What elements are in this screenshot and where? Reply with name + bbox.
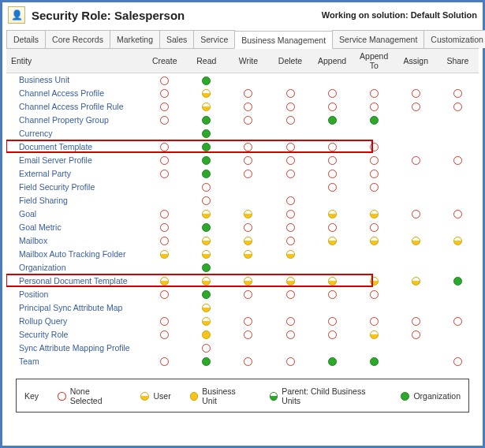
priv-icon[interactable] <box>160 143 169 151</box>
priv-icon[interactable] <box>328 143 337 151</box>
priv-cell[interactable] <box>269 248 311 261</box>
priv-icon[interactable] <box>244 250 252 259</box>
priv-icon[interactable] <box>286 170 295 178</box>
tab-service-management[interactable]: Service Management <box>332 30 424 48</box>
priv-cell[interactable] <box>227 100 269 114</box>
priv-cell[interactable] <box>185 181 227 194</box>
priv-icon[interactable] <box>286 196 295 205</box>
priv-icon[interactable] <box>244 330 252 339</box>
priv-icon[interactable] <box>412 103 420 111</box>
priv-icon[interactable] <box>160 357 169 366</box>
priv-icon[interactable] <box>286 210 295 218</box>
entity-name[interactable]: Rollup Query <box>6 315 144 328</box>
priv-icon[interactable] <box>160 210 169 218</box>
priv-cell[interactable] <box>312 87 353 100</box>
priv-cell[interactable] <box>185 114 227 127</box>
priv-icon[interactable] <box>160 237 169 245</box>
tab-core-records[interactable]: Core Records <box>45 30 110 48</box>
entity-name[interactable]: Email Server Profile <box>6 154 144 167</box>
priv-cell[interactable] <box>227 114 269 127</box>
priv-icon[interactable] <box>244 317 252 326</box>
priv-cell[interactable] <box>395 87 437 100</box>
priv-cell[interactable] <box>353 234 395 248</box>
priv-icon[interactable] <box>370 290 379 299</box>
priv-cell[interactable] <box>185 261 227 274</box>
priv-cell[interactable] <box>185 328 227 342</box>
priv-cell[interactable] <box>353 100 395 114</box>
priv-icon[interactable] <box>453 89 462 98</box>
priv-cell[interactable] <box>227 221 269 234</box>
priv-cell[interactable] <box>269 114 311 127</box>
priv-icon[interactable] <box>370 357 379 366</box>
priv-cell[interactable] <box>144 167 185 181</box>
priv-icon[interactable] <box>286 143 295 151</box>
priv-cell[interactable] <box>353 87 395 100</box>
priv-icon[interactable] <box>328 170 337 178</box>
priv-cell[interactable] <box>353 221 395 234</box>
priv-cell[interactable] <box>395 274 437 288</box>
priv-cell[interactable] <box>269 234 311 248</box>
priv-icon[interactable] <box>286 237 295 245</box>
entity-name[interactable]: Channel Property Group <box>6 114 144 127</box>
priv-cell[interactable] <box>395 207 437 221</box>
priv-cell[interactable] <box>185 73 227 87</box>
priv-cell[interactable] <box>269 221 311 234</box>
priv-cell[interactable] <box>185 315 227 328</box>
priv-cell[interactable] <box>269 100 311 114</box>
priv-cell[interactable] <box>269 207 311 221</box>
entity-name[interactable]: Security Role <box>6 328 144 342</box>
priv-icon[interactable] <box>286 290 295 299</box>
priv-cell[interactable] <box>144 207 185 221</box>
priv-icon[interactable] <box>202 103 211 111</box>
entity-name[interactable]: Document Template <box>6 140 144 154</box>
priv-icon[interactable] <box>412 89 420 98</box>
priv-cell[interactable] <box>437 355 479 368</box>
priv-icon[interactable] <box>328 237 337 245</box>
priv-cell[interactable] <box>353 140 395 154</box>
priv-icon[interactable] <box>202 170 211 178</box>
priv-icon[interactable] <box>202 250 211 259</box>
priv-cell[interactable] <box>227 140 269 154</box>
priv-icon[interactable] <box>453 277 462 286</box>
priv-icon[interactable] <box>412 330 420 339</box>
priv-icon[interactable] <box>370 103 379 111</box>
priv-icon[interactable] <box>286 156 295 165</box>
priv-icon[interactable] <box>453 237 462 245</box>
priv-cell[interactable] <box>227 87 269 100</box>
priv-icon[interactable] <box>286 330 295 339</box>
entity-name[interactable]: Currency <box>6 127 144 140</box>
priv-cell[interactable] <box>437 87 479 100</box>
priv-cell[interactable] <box>269 87 311 100</box>
priv-icon[interactable] <box>370 237 379 245</box>
priv-cell[interactable] <box>395 315 437 328</box>
priv-icon[interactable] <box>370 210 379 218</box>
priv-icon[interactable] <box>202 277 211 286</box>
priv-icon[interactable] <box>412 237 420 245</box>
entity-name[interactable]: Mailbox <box>6 234 144 248</box>
priv-cell[interactable] <box>312 140 353 154</box>
entity-name[interactable]: Field Sharing <box>6 194 144 207</box>
priv-cell[interactable] <box>312 100 353 114</box>
priv-cell[interactable] <box>185 140 227 154</box>
priv-icon[interactable] <box>412 317 420 326</box>
priv-icon[interactable] <box>202 129 211 138</box>
priv-cell[interactable] <box>437 274 479 288</box>
priv-cell[interactable] <box>227 234 269 248</box>
priv-cell[interactable] <box>227 167 269 181</box>
priv-icon[interactable] <box>244 143 252 151</box>
priv-icon[interactable] <box>202 344 211 353</box>
priv-cell[interactable] <box>185 87 227 100</box>
priv-icon[interactable] <box>202 183 211 192</box>
priv-cell[interactable] <box>269 194 311 207</box>
priv-cell[interactable] <box>353 181 395 194</box>
priv-icon[interactable] <box>412 156 420 165</box>
priv-cell[interactable] <box>227 355 269 368</box>
priv-cell[interactable] <box>353 207 395 221</box>
priv-icon[interactable] <box>286 250 295 259</box>
priv-cell[interactable] <box>227 328 269 342</box>
priv-icon[interactable] <box>160 223 169 232</box>
priv-cell[interactable] <box>353 167 395 181</box>
priv-icon[interactable] <box>202 237 211 245</box>
entity-name[interactable]: Team <box>6 355 144 368</box>
priv-icon[interactable] <box>244 277 252 286</box>
